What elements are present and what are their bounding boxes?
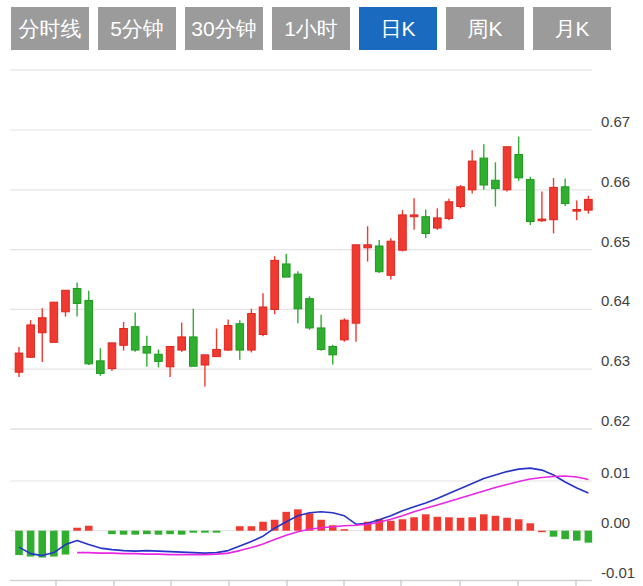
macd-histogram-bar (143, 531, 151, 534)
candle-body (201, 355, 209, 365)
candle-body (492, 180, 500, 188)
tab-weekly-k[interactable]: 周K (446, 7, 524, 50)
candle-body (62, 290, 70, 312)
y-axis-label: -0.01 (601, 564, 635, 581)
macd-histogram-bar (585, 531, 593, 543)
macd-histogram-bar (108, 531, 116, 534)
y-axis-label: 0.67 (601, 113, 630, 130)
candle-body (329, 346, 337, 354)
candle-body (468, 161, 476, 190)
macd-histogram-bar (38, 531, 46, 558)
candle-body (399, 215, 407, 250)
macd-histogram-bar (480, 514, 488, 530)
macd-histogram-bar (62, 531, 70, 555)
macd-histogram-bar (15, 531, 23, 555)
tab-5min[interactable]: 5分钟 (98, 7, 176, 50)
candle-body (155, 354, 163, 361)
macd-histogram-bar (445, 517, 453, 530)
candle-body (15, 353, 23, 372)
candle-body (271, 260, 279, 309)
macd-histogram-bar (387, 521, 395, 531)
candlestick-macd-svg: 0.670.660.650.640.630.620.010.00-0.01 (0, 58, 643, 586)
macd-histogram-bar (561, 531, 569, 539)
macd-histogram-bar (248, 526, 256, 530)
candle-body (248, 314, 256, 350)
tab-30min[interactable]: 30分钟 (185, 7, 263, 50)
candle-body (178, 337, 186, 350)
macd-histogram-bar (573, 531, 581, 541)
macd-histogram-bar (468, 517, 476, 530)
candle-body (213, 349, 221, 356)
macd-histogram-bar (131, 531, 139, 535)
candle-body (190, 337, 198, 366)
y-axis-label: 0.65 (601, 233, 630, 250)
macd-histogram-bar (341, 529, 349, 531)
candle-body (143, 346, 151, 353)
macd-histogram-bar (492, 516, 500, 531)
candle-body (166, 346, 174, 366)
macd-histogram-bar (190, 531, 198, 533)
candle-body (364, 245, 372, 248)
candle-body (224, 326, 232, 351)
candle-body (108, 343, 116, 369)
candle-body (480, 158, 488, 185)
dea-line (77, 476, 588, 555)
tab-monthly-k[interactable]: 月K (533, 7, 611, 50)
macd-histogram-bar (538, 531, 546, 533)
macd-histogram-bar (166, 531, 174, 534)
macd-histogram-bar (259, 522, 267, 531)
candle-body (561, 187, 569, 204)
macd-histogram-bar (178, 531, 186, 535)
candle-body (259, 307, 267, 335)
candle-body (515, 155, 523, 178)
macd-histogram-bar (294, 509, 302, 530)
kline-chart: 0.670.660.650.640.630.620.010.00-0.01 (0, 58, 643, 586)
candle-body (306, 299, 314, 328)
candle-body (294, 274, 302, 309)
macd-histogram-bar (457, 518, 465, 531)
candle-body (410, 215, 418, 217)
tab-daily-k[interactable]: 日K (359, 7, 437, 50)
macd-histogram-bar (317, 520, 325, 531)
candle-body (550, 187, 558, 219)
candle-body (120, 329, 128, 346)
candle-body (352, 245, 360, 323)
candle-body (27, 325, 35, 357)
candle-body (457, 187, 465, 207)
y-axis-label: 0.63 (601, 352, 630, 369)
tab-time-line[interactable]: 分时线 (11, 7, 89, 50)
candle-body (97, 361, 105, 374)
macd-histogram-bar (503, 518, 511, 531)
tab-1hour[interactable]: 1小时 (272, 7, 350, 50)
y-axis-label: 0.66 (601, 173, 630, 190)
candle-body (434, 218, 442, 228)
candle-body (422, 217, 430, 234)
candle-body (445, 202, 453, 219)
candle-body (38, 318, 46, 333)
y-axis-label: 0.01 (601, 464, 630, 481)
macd-histogram-bar (236, 526, 244, 530)
candle-body (573, 210, 581, 212)
macd-histogram-bar (515, 519, 523, 530)
macd-histogram-bar (526, 523, 534, 530)
y-axis-label: 0.00 (601, 514, 630, 531)
macd-histogram-bar (155, 531, 163, 535)
macd-histogram-bar (213, 531, 221, 533)
candle-body (282, 264, 290, 277)
macd-histogram-bar (550, 531, 558, 537)
candle-body (73, 288, 81, 303)
candle-body (236, 324, 244, 350)
macd-histogram-bar (85, 526, 93, 531)
candle-body (585, 199, 593, 210)
macd-histogram-bar (73, 528, 81, 531)
period-tabbar: 分时线 5分钟 30分钟 1小时 日K 周K 月K (11, 7, 611, 50)
macd-histogram-bar (201, 531, 209, 533)
macd-histogram-bar (120, 531, 128, 535)
macd-histogram-bar (422, 514, 430, 530)
candle-body (131, 327, 139, 350)
candle-body (85, 300, 93, 363)
candle-body (538, 219, 546, 221)
candle-body (375, 246, 383, 272)
macd-histogram-bar (399, 519, 407, 530)
candle-body (387, 241, 395, 275)
